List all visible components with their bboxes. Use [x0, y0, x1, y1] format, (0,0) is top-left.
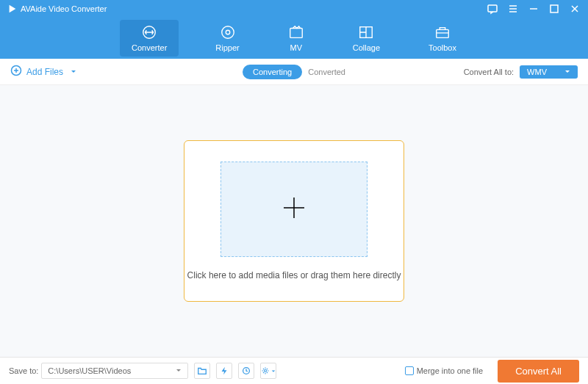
chevron-down-icon — [71, 67, 76, 77]
svg-rect-0 — [488, 5, 497, 12]
format-value: WMV — [527, 68, 547, 76]
tab-label: Ripper — [215, 43, 239, 52]
app-title: AVAide Video Converter — [21, 4, 107, 13]
svg-rect-5 — [290, 29, 302, 38]
save-path-select[interactable]: C:\Users\USER\Videos — [41, 363, 188, 379]
open-folder-button[interactable] — [194, 363, 210, 379]
collage-icon — [358, 24, 374, 40]
save-to-label: Save to: — [9, 366, 38, 375]
checkbox-icon — [405, 366, 414, 375]
tab-label: Converter — [132, 43, 167, 52]
tab-label: MV — [290, 43, 302, 52]
dropzone[interactable]: Click here to add media files or drag th… — [184, 140, 404, 302]
app-logo-icon — [7, 4, 18, 14]
menu-icon[interactable] — [507, 3, 519, 15]
save-path-value: C:\Users\USER\Videos — [48, 366, 131, 375]
converter-icon — [141, 24, 157, 40]
mv-icon — [288, 24, 304, 40]
close-icon[interactable] — [569, 3, 581, 15]
tab-collage[interactable]: Collage — [341, 20, 392, 57]
titlebar: AVAide Video Converter — [0, 0, 588, 18]
chevron-down-icon — [176, 366, 182, 375]
format-select[interactable]: WMV — [520, 65, 578, 79]
minimize-icon[interactable] — [528, 3, 539, 15]
toolbox-icon — [434, 24, 451, 40]
main-tabs: Converter Ripper MV Collage Toolbox — [0, 18, 588, 59]
tab-mv[interactable]: MV — [276, 20, 316, 57]
tab-toolbox[interactable]: Toolbox — [417, 20, 468, 57]
maximize-icon[interactable] — [548, 3, 560, 15]
workspace: Click here to add media files or drag th… — [0, 85, 588, 357]
mode-converted[interactable]: Converted — [308, 68, 345, 76]
mode-converting[interactable]: Converting — [243, 65, 302, 79]
svg-point-10 — [265, 370, 267, 372]
tab-converter[interactable]: Converter — [120, 20, 179, 57]
add-files-button[interactable]: Add Files — [10, 65, 76, 79]
feedback-icon[interactable] — [487, 3, 498, 15]
convert-all-to-label: Convert All to: — [464, 68, 514, 76]
settings-button[interactable] — [260, 363, 276, 379]
svg-rect-7 — [437, 29, 449, 37]
chevron-down-icon — [271, 366, 276, 375]
ripper-icon — [220, 24, 236, 40]
high-speed-button[interactable] — [238, 363, 254, 379]
tab-label: Collage — [353, 43, 380, 52]
tab-label: Toolbox — [429, 43, 456, 52]
chevron-down-icon — [564, 68, 570, 76]
svg-rect-1 — [551, 5, 558, 12]
merge-checkbox[interactable]: Merge into one file — [405, 366, 484, 375]
dropzone-inner — [220, 162, 368, 257]
tab-ripper[interactable]: Ripper — [204, 20, 251, 57]
add-files-label: Add Files — [26, 67, 63, 77]
plus-icon — [279, 193, 309, 225]
plus-circle-icon — [10, 65, 22, 79]
convert-all-button[interactable]: Convert All — [498, 360, 579, 383]
merge-label: Merge into one file — [417, 366, 484, 375]
svg-point-3 — [221, 26, 234, 39]
svg-point-4 — [226, 30, 230, 35]
dropzone-text: Click here to add media files or drag th… — [187, 270, 401, 280]
hardware-accel-button[interactable] — [216, 363, 232, 379]
